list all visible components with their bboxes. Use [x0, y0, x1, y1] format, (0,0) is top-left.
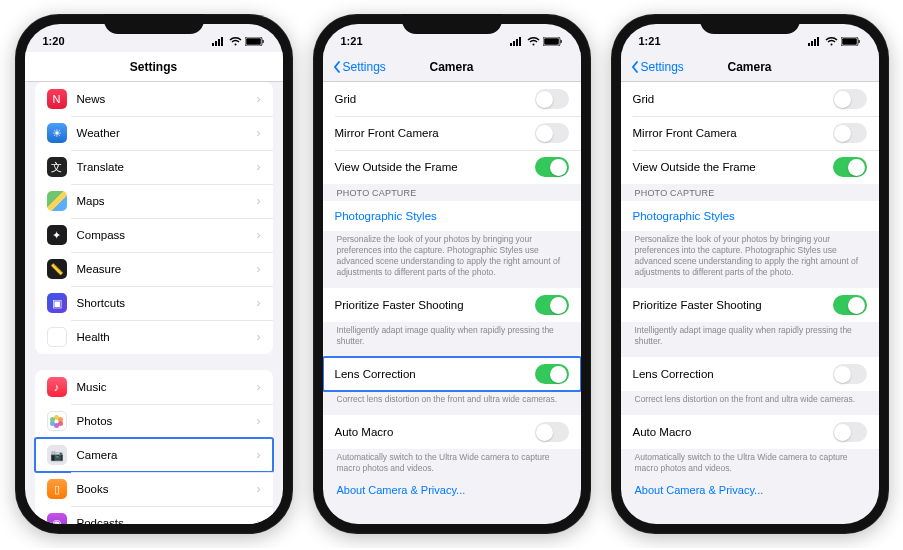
camera-content[interactable]: GridMirror Front CameraView Outside the …: [621, 82, 879, 524]
nav-back-button[interactable]: Settings: [631, 60, 684, 74]
mirror-toggle[interactable]: [833, 123, 867, 143]
row-label: Mirror Front Camera: [335, 127, 535, 139]
settings-row-label: Measure: [77, 263, 257, 275]
notch: [700, 14, 800, 34]
settings-row-news[interactable]: NNews›: [35, 82, 273, 116]
auto-macro-row[interactable]: Auto Macro: [323, 415, 581, 449]
mirror-front-row[interactable]: Mirror Front Camera: [323, 116, 581, 150]
prioritize-group: Prioritize Faster Shooting: [621, 288, 879, 322]
phone-3-screen: 1:21 Settings Camera GridMirror Front Ca…: [621, 24, 879, 524]
auto-macro-desc: Automatically switch to the Ultra Wide c…: [621, 449, 879, 476]
settings-row-compass[interactable]: ✦Compass›: [35, 218, 273, 252]
chevron-right-icon: ›: [257, 262, 261, 276]
settings-group-1: NNews›☀Weather›文Translate›Maps›✦Compass›…: [35, 82, 273, 354]
lens-correction-toggle[interactable]: [535, 364, 569, 384]
grid-row[interactable]: Grid: [323, 82, 581, 116]
composition-group: GridMirror Front CameraView Outside the …: [621, 82, 879, 184]
photographic-styles-row[interactable]: Photographic Styles: [323, 201, 581, 231]
nav-bar: Settings Camera: [323, 52, 581, 82]
photo-styles-desc: Personalize the look of your photos by b…: [323, 231, 581, 280]
view-outside-row[interactable]: View Outside the Frame: [323, 150, 581, 184]
view-outside-toggle[interactable]: [535, 157, 569, 177]
settings-content[interactable]: NNews›☀Weather›文Translate›Maps›✦Compass›…: [25, 82, 283, 524]
settings-row-translate[interactable]: 文Translate›: [35, 150, 273, 184]
photographic-styles-row[interactable]: Photographic Styles: [621, 201, 879, 231]
maps-icon: [47, 191, 67, 211]
chevron-left-icon: [333, 61, 341, 73]
settings-row-label: Photos: [77, 415, 257, 427]
view-outside-row[interactable]: View Outside the Frame: [621, 150, 879, 184]
row-label: Photographic Styles: [633, 210, 867, 222]
settings-row-books[interactable]: ▯Books›: [35, 472, 273, 506]
settings-row-label: Music: [77, 381, 257, 393]
phone-2-frame: 1:21 Settings Camera GridMirror Front Ca…: [313, 14, 591, 534]
row-label: Photographic Styles: [335, 210, 569, 222]
lens-group: Lens Correction: [621, 357, 879, 391]
status-time: 1:21: [639, 35, 661, 47]
camera-content[interactable]: GridMirror Front CameraView Outside the …: [323, 82, 581, 524]
auto-macro-row[interactable]: Auto Macro: [621, 415, 879, 449]
settings-row-music[interactable]: ♪Music›: [35, 370, 273, 404]
translate-icon: 文: [47, 157, 67, 177]
settings-row-maps[interactable]: Maps›: [35, 184, 273, 218]
svg-rect-5: [246, 38, 261, 45]
health-icon: ♥: [47, 327, 67, 347]
settings-row-label: Health: [77, 331, 257, 343]
mirror-front-row[interactable]: Mirror Front Camera: [621, 116, 879, 150]
photo-capture-header: PHOTO CAPTURE: [323, 184, 581, 201]
settings-row-photos[interactable]: Photos›: [35, 404, 273, 438]
settings-row-podcasts[interactable]: ◉Podcasts›: [35, 506, 273, 524]
wifi-icon: [527, 37, 540, 46]
mirror-toggle[interactable]: [535, 123, 569, 143]
notch: [104, 14, 204, 34]
battery-icon: [543, 37, 563, 46]
chevron-right-icon: ›: [257, 482, 261, 496]
nav-back-button[interactable]: Settings: [333, 60, 386, 74]
lens-correction-toggle[interactable]: [833, 364, 867, 384]
svg-rect-3: [221, 37, 223, 46]
prioritize-faster-row[interactable]: Prioritize Faster Shooting: [621, 288, 879, 322]
row-label: Auto Macro: [633, 426, 833, 438]
auto-macro-desc: Automatically switch to the Ultra Wide c…: [323, 449, 581, 476]
nav-bar: Settings Camera: [621, 52, 879, 82]
photo-styles-desc: Personalize the look of your photos by b…: [621, 231, 879, 280]
settings-row-label: Shortcuts: [77, 297, 257, 309]
svg-rect-13: [560, 40, 561, 43]
prioritize-toggle[interactable]: [833, 295, 867, 315]
signal-icon: [212, 37, 226, 46]
settings-row-health[interactable]: ♥Health›: [35, 320, 273, 354]
settings-row-label: News: [77, 93, 257, 105]
notch: [402, 14, 502, 34]
chevron-right-icon: ›: [257, 160, 261, 174]
auto-macro-toggle[interactable]: [833, 422, 867, 442]
about-camera-privacy-link[interactable]: About Camera & Privacy...: [323, 476, 581, 504]
settings-row-measure[interactable]: 📏Measure›: [35, 252, 273, 286]
about-camera-privacy-link[interactable]: About Camera & Privacy...: [621, 476, 879, 504]
settings-group-2: ♪Music›Photos›📷Camera›▯Books›◉Podcasts›G…: [35, 370, 273, 524]
row-label: Lens Correction: [335, 368, 535, 380]
status-time: 1:20: [43, 35, 65, 47]
settings-row-weather[interactable]: ☀Weather›: [35, 116, 273, 150]
news-icon: N: [47, 89, 67, 109]
lens-correction-row[interactable]: Lens Correction: [323, 357, 581, 391]
svg-rect-6: [262, 40, 263, 43]
svg-rect-15: [811, 41, 813, 46]
lens-correction-row[interactable]: Lens Correction: [621, 357, 879, 391]
chevron-right-icon: ›: [257, 330, 261, 344]
settings-row-label: Camera: [77, 449, 257, 461]
view-outside-toggle[interactable]: [833, 157, 867, 177]
grid-row[interactable]: Grid: [621, 82, 879, 116]
shortcuts-icon: ▣: [47, 293, 67, 313]
row-label: View Outside the Frame: [633, 161, 833, 173]
settings-row-camera[interactable]: 📷Camera›: [35, 438, 273, 472]
grid-toggle[interactable]: [833, 89, 867, 109]
grid-toggle[interactable]: [535, 89, 569, 109]
prioritize-faster-row[interactable]: Prioritize Faster Shooting: [323, 288, 581, 322]
settings-row-shortcuts[interactable]: ▣Shortcuts›: [35, 286, 273, 320]
weather-icon: ☀: [47, 123, 67, 143]
auto-macro-toggle[interactable]: [535, 422, 569, 442]
lens-group: Lens Correction: [323, 357, 581, 391]
prioritize-toggle[interactable]: [535, 295, 569, 315]
auto-macro-group: Auto Macro: [323, 415, 581, 449]
chevron-right-icon: ›: [257, 92, 261, 106]
